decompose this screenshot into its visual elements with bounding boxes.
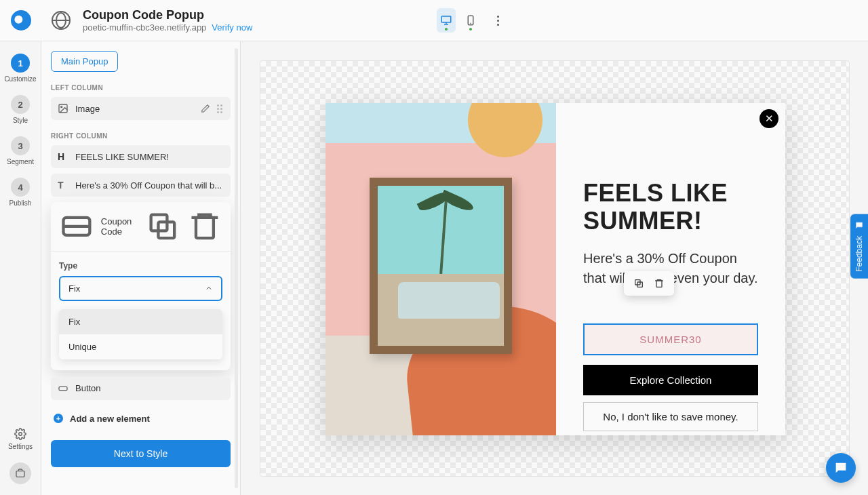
explore-button[interactable]: Explore Collection [583,365,758,395]
element-text[interactable]: T Here's a 30% Off Coupon that will b... [51,174,231,197]
type-option-unique[interactable]: Unique [59,334,222,359]
svg-point-8 [61,106,62,108]
drag-handle-icon[interactable] [217,104,224,113]
copy-icon[interactable] [633,278,644,289]
close-icon[interactable]: ✕ [760,109,778,128]
pencil-icon[interactable] [201,104,210,113]
site-domain: poetic-muffin-cbc3ee.netlify.app [83,22,206,33]
editor-panel: Main Popup LEFT COLUMN Image RIGHT COLUM… [41,41,241,495]
type-option-fix[interactable]: Fix [59,309,222,334]
trash-icon[interactable] [654,278,665,289]
next-to-style-button[interactable]: Next to Style [51,440,231,467]
step-rail: 1 Customize 2 Style 3 Segment 4 Publish … [0,41,41,495]
svg-rect-13 [59,387,67,390]
add-element-button[interactable]: + Add a new element [51,410,231,428]
workspace-button[interactable] [9,462,31,484]
briefcase-icon [15,468,26,479]
text-icon: T [58,180,68,191]
main-popup-chip[interactable]: Main Popup [51,51,118,72]
svg-rect-16 [656,281,662,287]
chat-launcher[interactable] [826,453,856,483]
verify-link[interactable]: Verify now [212,22,252,33]
popup-content-column: ✕ FEELS LIKE SUMMER! Here's a 30% Off Co… [556,103,785,435]
scrollbar[interactable] [235,48,238,488]
device-toggle [437,8,505,33]
heading-icon: H [58,151,68,162]
decline-button[interactable]: No, I don't like to save money. [583,402,758,431]
element-heading[interactable]: H FEELS LIKE SUMMER! [51,145,231,168]
svg-point-5 [19,433,22,436]
more-menu-icon[interactable] [491,14,505,27]
type-select[interactable]: Fix [59,276,222,301]
svg-rect-6 [16,471,24,477]
coupon-code-box[interactable]: SUMMER30 [583,323,758,355]
element-coupon-expanded: Coupon Code Type Fix Fix Unique [51,202,231,370]
globe-icon[interactable] [52,11,71,30]
type-field-label: Type [59,261,222,271]
element-button[interactable]: Button [51,377,231,400]
step-publish[interactable]: 4 Publish [9,178,32,207]
gear-icon [14,428,26,440]
title-block: Coupon Code Popup poetic-muffin-cbc3ee.n… [83,8,252,33]
chat-bubble-icon [833,460,848,475]
left-column-label: LEFT COLUMN [51,84,231,92]
button-icon [58,383,68,394]
plus-icon: + [54,414,63,423]
chat-icon [854,221,864,231]
mobile-preview-button[interactable] [461,8,480,33]
image-icon [58,103,68,114]
feedback-tab[interactable]: Feedback [850,214,868,279]
step-customize[interactable]: 1 Customize [4,54,36,83]
element-image[interactable]: Image [51,97,231,120]
app-logo[interactable] [11,10,31,31]
popup-preview: ✕ FEELS LIKE SUMMER! Here's a 30% Off Co… [326,103,785,435]
type-dropdown: Fix Unique [59,309,222,359]
page-title: Coupon Code Popup [83,8,252,22]
top-header: Coupon Code Popup poetic-muffin-cbc3ee.n… [0,0,868,41]
right-column-label: RIGHT COLUMN [51,132,231,140]
trash-icon[interactable] [187,209,222,244]
step-style[interactable]: 2 Style [11,95,30,124]
canvas-area: ✕ FEELS LIKE SUMMER! Here's a 30% Off Co… [241,41,868,495]
step-segment[interactable]: 3 Segment [7,136,34,165]
popup-image-column[interactable] [326,103,556,435]
chevron-up-icon [205,284,213,292]
svg-rect-0 [441,16,451,22]
desktop-preview-button[interactable] [437,8,456,33]
copy-icon[interactable] [145,209,180,244]
canvas-frame[interactable]: ✕ FEELS LIKE SUMMER! Here's a 30% Off Co… [260,60,850,477]
popup-headline[interactable]: FEELS LIKE SUMMER! [583,179,758,235]
svg-rect-12 [196,218,214,238]
element-toolbar [624,271,674,296]
settings-button[interactable]: Settings [8,428,33,450]
coupon-icon [59,209,94,244]
coupon-title: Coupon Code [101,216,132,237]
